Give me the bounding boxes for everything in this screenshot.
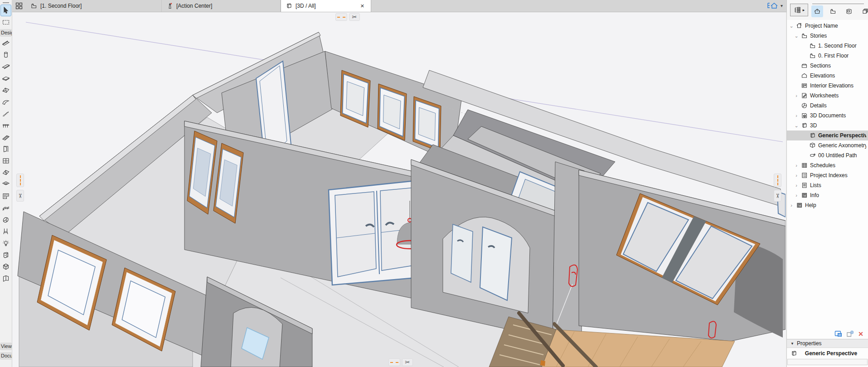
tree-item-lists[interactable]: ›Lists	[787, 180, 868, 190]
settings-dialog-button[interactable]	[834, 330, 843, 338]
tree-item-interior-elevations[interactable]: Interior Elevations	[787, 81, 868, 91]
3d-scene[interactable]	[12, 12, 786, 367]
slab-tool[interactable]	[0, 72, 11, 84]
3d-viewport[interactable]: ✂ ✂ ✂ ✂	[12, 12, 786, 367]
chevron-open-icon[interactable]: ⌄	[794, 33, 799, 39]
wall-tool[interactable]	[0, 37, 11, 49]
scissors-left[interactable]: ✂	[16, 190, 24, 202]
tree-item-generic-axonometry[interactable]: Generic Axonometry	[787, 140, 868, 150]
navigator-icon	[767, 1, 779, 10]
tree-item-details[interactable]: Details	[787, 101, 868, 111]
toolbox-drag-handle[interactable]	[3, 2, 9, 3]
tree-item-00-untitled-path[interactable]: 00 Untitled Path	[787, 150, 868, 160]
tree-item-stories[interactable]: ⌄Stories	[787, 31, 868, 41]
map-tabs-line	[812, 4, 864, 4]
tree-item-project-indexes[interactable]: ›Project Indexes	[787, 170, 868, 180]
chevron-open-icon[interactable]: ⌄	[789, 23, 794, 29]
mesh-tool[interactable]	[0, 202, 11, 214]
lamp-tool[interactable]	[0, 237, 11, 249]
zone-tool[interactable]	[0, 190, 11, 202]
navigator-toggle-button[interactable]: ▾	[767, 1, 783, 10]
view-map-button[interactable]	[827, 5, 839, 17]
arrow-tool[interactable]	[0, 5, 11, 16]
properties-value-field[interactable]	[787, 359, 868, 365]
tree-item-3d[interactable]: ⌄3D	[787, 121, 868, 130]
tree-item-worksheets[interactable]: ›Worksheets	[787, 91, 868, 101]
marquee-tool[interactable]	[0, 16, 11, 28]
tab-action-center[interactable]: [Action Center]	[162, 0, 281, 12]
tree-item-label: Worksheets	[810, 92, 839, 99]
opening-panel-tool[interactable]	[0, 273, 11, 285]
tree-item-1-second-floor[interactable]: 1. Second Floor	[787, 41, 868, 51]
railing-tool[interactable]	[0, 120, 11, 131]
tree-item-generic-perspective[interactable]: Generic Perspective	[787, 130, 868, 140]
tree-item-help[interactable]: ›Help	[787, 200, 868, 210]
shell-tool[interactable]	[0, 96, 11, 108]
opening-panel-icon	[2, 275, 10, 283]
beam-tool[interactable]	[0, 61, 11, 72]
tree-item-info[interactable]: ›Info	[787, 190, 868, 200]
properties-header[interactable]: ▼ Properties	[787, 339, 868, 348]
scissors-bottom[interactable]: ✂	[402, 358, 413, 366]
chevron-closed-icon[interactable]: ›	[794, 173, 799, 178]
roof-tool[interactable]	[0, 84, 11, 96]
chevron-closed-icon[interactable]: ›	[789, 203, 794, 208]
curtain-wall-tool[interactable]	[0, 131, 11, 143]
chevron-closed-icon[interactable]: ›	[794, 163, 799, 168]
column-tool[interactable]	[0, 49, 11, 61]
project-map-button[interactable]	[811, 5, 823, 17]
grid-element-tool[interactable]	[0, 261, 11, 273]
info-icon	[801, 192, 808, 199]
scissors-top[interactable]: ✂	[349, 13, 360, 21]
tree-item-project-name[interactable]: ⌄Project Name	[787, 21, 868, 31]
scissors-right[interactable]: ✂	[774, 190, 781, 202]
arrow-icon	[2, 6, 10, 14]
door-icon	[2, 145, 10, 153]
tab-close-button[interactable]: ✕	[359, 2, 366, 10]
collapse-arrow-icon: ▼	[790, 342, 794, 346]
view-3d-icon	[286, 2, 293, 10]
chevron-closed-icon[interactable]: ›	[794, 93, 799, 98]
stair-tool[interactable]	[0, 108, 11, 120]
chevron-closed-icon[interactable]: ›	[794, 113, 799, 118]
scissors-icon: ✂	[405, 359, 410, 365]
wall-icon	[2, 39, 10, 47]
layout-book-button[interactable]	[843, 5, 855, 17]
navigator-dropdown-icon[interactable]: ▾	[781, 3, 783, 8]
door-tool[interactable]	[0, 143, 11, 155]
tab-label: [3D / All]	[296, 3, 316, 9]
toolbox-group-label[interactable]: Design	[0, 29, 12, 37]
window-tool[interactable]	[0, 155, 11, 167]
chevron-open-icon[interactable]: ⌄	[794, 123, 799, 129]
split-handle-right[interactable]	[774, 174, 781, 187]
tree-item-label: 0. First Floor	[818, 53, 849, 59]
chevron-closed-icon[interactable]: ›	[794, 183, 799, 188]
tree-item-elevations[interactable]: Elevations	[787, 71, 868, 81]
tab-3d-all[interactable]: [3D / All]✕	[281, 0, 371, 12]
split-handle-bottom[interactable]	[388, 358, 400, 366]
tree-item-sections[interactable]: Sections	[787, 61, 868, 71]
close-panel-button[interactable]: ✕	[858, 330, 863, 338]
story-icon	[809, 42, 816, 49]
tab-1-second-floor[interactable]: [1. Second Floor]	[26, 0, 162, 12]
project-chooser-button[interactable]: ▸	[790, 4, 808, 16]
clone-folder-button[interactable]	[846, 330, 854, 338]
publisher-button[interactable]	[859, 5, 868, 17]
morph-tool[interactable]	[0, 214, 11, 226]
toolbox-group-label[interactable]: Docun	[0, 352, 12, 360]
tree-item-3d-documents[interactable]: ›3D Documents	[787, 111, 868, 121]
skylight-tool[interactable]	[0, 167, 11, 179]
tree-item-label: 3D	[810, 122, 817, 129]
split-handle-top[interactable]	[335, 13, 347, 21]
tab-overview-button[interactable]	[12, 0, 26, 12]
properties-selected-item[interactable]: Generic Perspective	[787, 348, 868, 359]
opening-tool[interactable]	[0, 179, 11, 190]
tree-item-0-first-floor[interactable]: 0. First Floor	[787, 51, 868, 61]
toolbox-group-label[interactable]: Viewp	[0, 343, 12, 350]
equipment-tool[interactable]	[0, 249, 11, 261]
split-handle-left[interactable]	[16, 174, 24, 187]
perspective-icon	[790, 350, 798, 357]
object-tool[interactable]	[0, 226, 11, 237]
chevron-closed-icon[interactable]: ›	[794, 193, 799, 198]
tree-item-schedules[interactable]: ›Schedules	[787, 160, 868, 170]
